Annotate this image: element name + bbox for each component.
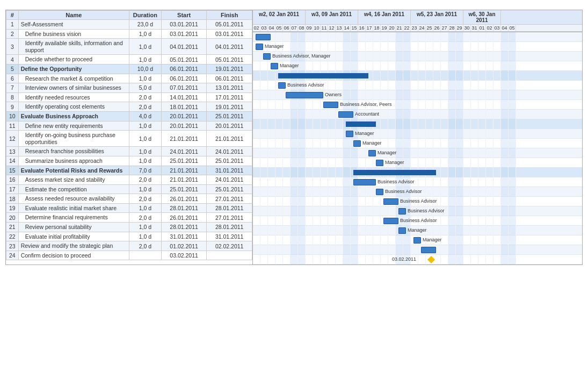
grid-col <box>298 226 306 235</box>
grid-col <box>463 52 471 61</box>
grid-col <box>509 168 516 177</box>
milestone-label: 03.02.2011 <box>392 256 416 262</box>
grid-col <box>478 32 486 42</box>
grid-col <box>306 148 313 158</box>
grid-col <box>493 81 501 90</box>
grid-col <box>336 158 343 168</box>
chart-body: ManagerBusiness Advisor, ManagerManagerB… <box>253 32 582 265</box>
grid-col <box>381 235 388 245</box>
row-start: 21.01.2011 <box>161 166 207 175</box>
grid-col <box>448 100 456 110</box>
grid-col <box>388 32 396 42</box>
day-cell: 19 <box>381 25 388 31</box>
grid-col <box>336 61 343 71</box>
grid-col <box>426 100 433 110</box>
grid-col <box>441 32 448 42</box>
row-num: 6 <box>6 74 19 83</box>
grid-col <box>448 71 456 81</box>
grid-col <box>478 226 486 235</box>
grid-col <box>486 235 493 245</box>
grid-col <box>351 158 358 168</box>
grid-col <box>328 148 336 158</box>
bar-label: Manager <box>265 44 284 49</box>
grid-col <box>343 245 351 255</box>
grid-col <box>486 226 493 235</box>
gantt-bar <box>413 237 421 244</box>
grid-col <box>343 168 351 177</box>
grid-col <box>463 119 471 129</box>
row-finish: 28.01.2011 <box>207 203 252 213</box>
grid-col <box>448 197 456 206</box>
grid-col <box>486 90 493 100</box>
row-num: 14 <box>6 156 19 166</box>
row-num: 7 <box>6 83 19 93</box>
grid-col <box>283 148 291 158</box>
grid-col <box>501 100 509 110</box>
chart-row: Business Advisor <box>253 206 582 216</box>
row-start: 20.01.2011 <box>161 121 207 131</box>
grid-col <box>381 71 388 81</box>
grid-col <box>441 187 448 197</box>
week-cell: w2, 02 Jan 2011 <box>253 10 306 24</box>
grid-col <box>298 255 306 265</box>
row-duration: 7,0 d <box>129 166 161 175</box>
grid-col <box>306 206 313 216</box>
grid-col <box>471 119 478 129</box>
grid-col <box>456 52 463 61</box>
row-duration: 2,0 d <box>129 102 161 112</box>
grid-col <box>283 129 291 139</box>
grid-col <box>373 71 381 81</box>
grid-col <box>426 52 433 61</box>
row-name: Define the Opportunity <box>18 64 129 74</box>
grid-col <box>426 226 433 235</box>
grid-col <box>283 32 291 42</box>
day-cell: 04 <box>501 25 509 31</box>
grid-col <box>463 187 471 197</box>
day-cell: 24 <box>418 25 426 31</box>
grid-col <box>260 148 268 158</box>
row-name: Evaluate initial profitability <box>18 232 129 241</box>
grid-col <box>268 197 275 206</box>
grid-col <box>509 119 516 129</box>
grid-col <box>321 168 328 177</box>
grid-col <box>328 187 336 197</box>
grid-col <box>343 187 351 197</box>
grid-col <box>253 90 260 100</box>
grid-col <box>501 52 509 61</box>
chart-row: Manager <box>253 158 582 168</box>
chart-row: Business Advisor <box>253 187 582 197</box>
row-num: 10 <box>6 111 19 121</box>
row-start: 06.01.2011 <box>161 74 207 83</box>
grid-col <box>441 129 448 139</box>
chart-row <box>253 119 582 129</box>
grid-col <box>268 255 275 265</box>
grid-col <box>411 158 418 168</box>
grid-col <box>501 71 509 81</box>
grid-col <box>275 100 283 110</box>
grid-col <box>328 139 336 148</box>
grid-col <box>486 61 493 71</box>
grid-col <box>343 255 351 265</box>
grid-col <box>283 245 291 255</box>
grid-col <box>471 255 478 265</box>
grid-col <box>501 177 509 187</box>
gantt-bar <box>346 121 376 127</box>
grid-col <box>351 197 358 206</box>
grid-col <box>298 206 306 216</box>
grid-col <box>441 61 448 71</box>
grid-col <box>336 81 343 90</box>
grid-col <box>471 158 478 168</box>
grid-col <box>291 32 298 42</box>
grid-col <box>260 61 268 71</box>
grid-col <box>388 42 396 52</box>
grid-col <box>336 245 343 255</box>
grid-col <box>381 139 388 148</box>
grid-col <box>291 168 298 177</box>
grid-col <box>501 139 509 148</box>
grid-col <box>260 139 268 148</box>
grid-col <box>328 216 336 226</box>
grid-col <box>283 255 291 265</box>
grid-col <box>418 110 426 119</box>
day-cell: 04 <box>268 25 275 31</box>
grid-col <box>351 42 358 52</box>
